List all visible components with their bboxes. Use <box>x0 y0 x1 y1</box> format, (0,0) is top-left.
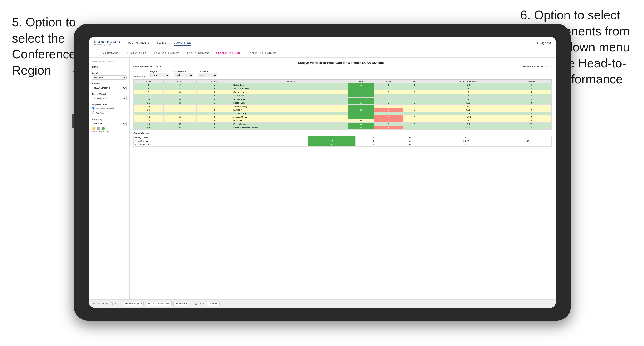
table-row: 1311Jessica Huang100-32 <box>134 105 552 108</box>
sub-nav-team-summary[interactable]: TEAM SUMMARY <box>94 49 122 57</box>
data-cell: 3 <box>196 90 232 94</box>
share-btn[interactable]: ↗ Share <box>207 302 220 306</box>
data-cell: 1.33 <box>426 126 511 130</box>
division-select[interactable]: NCAA Division III <box>92 86 126 90</box>
undo-icon[interactable]: ↩ <box>93 302 96 305</box>
data-cell: 4 <box>426 98 511 101</box>
opponent-view-label: Opponent view <box>92 103 126 106</box>
dot-level <box>97 127 100 130</box>
opponent-name-cell: Sharon Mun <box>232 94 348 98</box>
sub-nav-team-h2h-heatmap[interactable]: TEAM H2H HEATMAP <box>149 49 182 57</box>
view-original-btn[interactable]: 👁 View: Original <box>123 302 144 306</box>
sub-nav-player-summary[interactable]: PLAYER SUMMARY <box>182 49 213 57</box>
sub-nav-player-h2h-heatmap[interactable]: PLAYER H2H HEATMAP <box>243 49 279 57</box>
win-cell: 4 <box>348 123 374 126</box>
data-cell: 0 <box>374 112 403 115</box>
colour-label-level: Level <box>99 131 104 133</box>
data-cell: 20 <box>134 126 164 130</box>
data-cell: 3 <box>164 115 196 119</box>
region-filter-label: Region <box>150 70 170 73</box>
copy-icon[interactable]: ⎘ <box>106 302 108 305</box>
radio-top-100[interactable]: Top 100 <box>92 111 126 115</box>
data-cell: 11 <box>511 123 552 126</box>
redo-icon[interactable]: ↪ <box>102 302 104 305</box>
data-cell: 0 <box>403 83 426 87</box>
conference-select[interactable]: (All) <box>174 73 193 77</box>
eye-icon: 👁 <box>125 303 128 305</box>
save-custom-btn[interactable]: 💾 Save Custom View <box>146 302 172 306</box>
player-rank-select[interactable]: 8. Katelyn Vo <box>92 96 126 100</box>
table-row: 522Alexis Sudjianto10043 <box>134 87 552 90</box>
data-cell: 6 <box>134 90 164 94</box>
save-icon: 💾 <box>148 303 150 305</box>
sub-nav-team-h2h-grid[interactable]: TEAM H2H GRID <box>122 49 149 57</box>
nav-tournaments[interactable]: TOURNAMENTS <box>128 40 150 46</box>
opponent-select[interactable]: (All) <box>198 73 217 77</box>
share-label: Share <box>212 303 218 305</box>
data-cell: 4 <box>511 112 552 115</box>
tablet-frame: SCOREBOARD Powered by clippd TOURNAMENTS… <box>74 24 571 321</box>
sign-out-link[interactable]: Sign out <box>540 40 551 46</box>
opponent-name-cell: Andrea York <box>232 98 348 101</box>
radio-opponents-played[interactable]: Opponents Played <box>92 107 126 110</box>
opponents-filter-label: Opponents: <box>134 75 146 77</box>
th-opponent: Opponent <box>232 80 348 83</box>
player-label: Player <box>92 66 126 68</box>
filter-opponent: Opponent (All) <box>198 70 217 77</box>
colour-by-select[interactable]: Win/loss <box>92 122 126 126</box>
win-cell: 1 <box>348 112 374 115</box>
refresh-icon[interactable]: ↻ <box>115 302 117 305</box>
data-cell: 1.5 <box>426 83 511 87</box>
th-diff: Diff Av Strokes/Rnd <box>426 80 511 83</box>
win-cell: 2 <box>348 126 374 130</box>
table-row: 1585Stella Cheng1001.254 <box>134 112 552 115</box>
toolbar-separator-1 <box>120 302 120 306</box>
data-cell: 5 <box>196 112 232 115</box>
data-cell: 7 <box>511 115 552 119</box>
watch-btn[interactable]: 👁 Watch ▾ <box>174 302 189 306</box>
sidebar-player-rank-section: Player (Rank) 8. Katelyn Vo <box>92 93 126 100</box>
data-cell: 3 <box>511 90 552 94</box>
gender-select[interactable]: Women's <box>92 75 126 80</box>
data-cell: 4 <box>196 108 232 112</box>
data-cell: 3 <box>164 83 196 87</box>
undo2-icon[interactable]: ↩ <box>97 302 100 305</box>
sub-nav-player-h2h-grid[interactable]: PLAYER H2H GRID <box>213 49 243 57</box>
bottom-toolbar: ↩ ↩ ↪ ⎘ 📋 ↻ 👁 View: Original 💾 Save Cust… <box>89 300 556 308</box>
dot-up <box>102 127 105 130</box>
ood-data-cell: 30 <box>504 139 552 143</box>
data-cell: 3 <box>511 87 552 90</box>
paste-icon[interactable]: 📋 <box>110 302 113 305</box>
loss-cell: 1 <box>374 126 403 130</box>
ood-data-cell: 7.4 <box>428 143 504 147</box>
data-cell: 5 <box>134 87 164 90</box>
table-header-row: # Div # Reg # Conf Opponent Win Loss Tie… <box>134 80 552 83</box>
ood-data-cell: 0 <box>392 143 428 147</box>
data-cell: 6 <box>196 123 232 126</box>
table-row: 1125Heejo Hyun1003.333 <box>134 101 552 105</box>
radio-opponents-played-input[interactable] <box>92 107 95 110</box>
nav-teams[interactable]: TEAMS <box>157 40 166 46</box>
data-cell: -3 <box>426 105 511 108</box>
nav-committee[interactable]: COMMITTEE <box>174 40 191 46</box>
radio-top-100-input[interactable] <box>92 111 95 115</box>
data-cell: 4 <box>426 87 511 90</box>
opponent-view-radio-group: Opponents Played Top 100 <box>92 107 126 115</box>
layout-icon[interactable]: ⊞ <box>195 302 197 305</box>
region-select[interactable]: (All) <box>150 73 170 77</box>
logo: SCOREBOARD <box>94 40 120 43</box>
division-record-value: 331 - 34 - 6 <box>541 66 552 68</box>
data-cell: 3.33 <box>426 101 511 105</box>
data-cell: 3 <box>196 115 232 119</box>
sidebar-player-section: Player <box>92 66 126 69</box>
data-cell: 1 <box>164 105 196 108</box>
data-cell: 2 <box>164 119 196 123</box>
grid-icon[interactable]: ⋮⋮ <box>199 302 205 305</box>
table-row: 1063Andrea York20044 <box>134 98 552 101</box>
data-cell: 6 <box>164 98 196 101</box>
data-cell: 13 <box>134 105 164 108</box>
opponent-name-cell: Euna Lee <box>232 119 348 123</box>
out-of-division-row: Foreign Team1004.52 <box>134 136 552 139</box>
th-loss: Loss <box>374 80 403 83</box>
data-cell: 10 <box>134 98 164 101</box>
